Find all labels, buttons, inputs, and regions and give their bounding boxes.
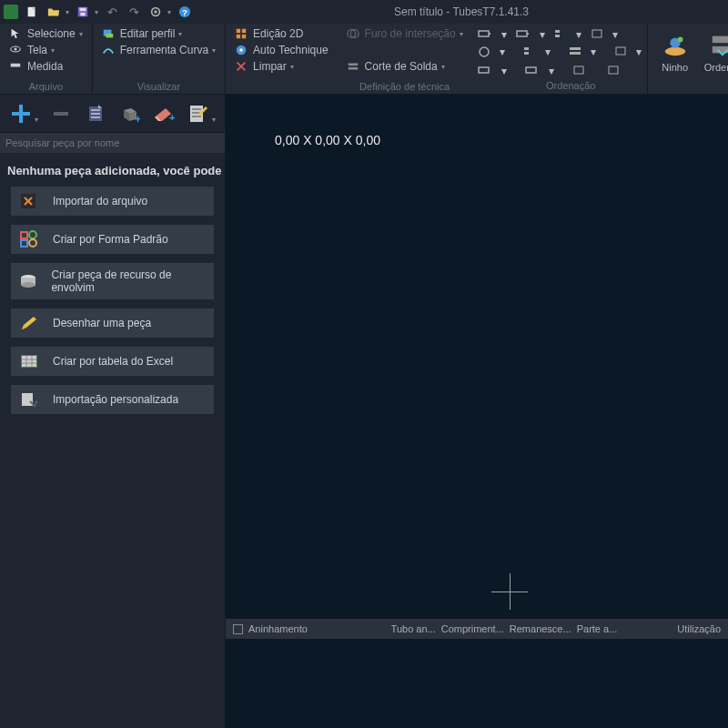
help-icon[interactable]: ? xyxy=(177,4,193,20)
save-icon[interactable] xyxy=(75,4,91,20)
col-tubo[interactable]: Tubo an... xyxy=(391,623,436,634)
corte-label: Corte de Solda xyxy=(365,60,438,73)
eraser-icon[interactable]: + xyxy=(152,100,176,127)
svg-rect-61 xyxy=(21,240,27,247)
action-import-file[interactable]: Importar do arquivo xyxy=(11,187,214,216)
svg-rect-3 xyxy=(80,13,85,16)
svg-rect-22 xyxy=(348,67,358,70)
corte-solda-button[interactable]: Corte de Solda ▾ xyxy=(343,59,467,74)
pencil-icon xyxy=(18,314,40,332)
svg-rect-72 xyxy=(22,393,33,406)
svg-rect-67 xyxy=(22,356,36,367)
svg-point-9 xyxy=(15,48,17,51)
selecione-label: Selecione xyxy=(27,27,76,40)
svg-rect-57 xyxy=(192,116,201,117)
open-dropdown-icon[interactable]: ▾ xyxy=(66,8,69,16)
selecione-button[interactable]: Selecione ▾ xyxy=(5,26,86,41)
box-icon-3[interactable] xyxy=(572,65,585,78)
document-edit-icon[interactable] xyxy=(187,100,210,127)
sidebar-toolbar: ▾ + + ▾ xyxy=(0,95,225,133)
ordenar-button[interactable]: Ordenar xyxy=(697,26,728,76)
svg-point-65 xyxy=(21,282,35,288)
furo-label: Furo de interseção xyxy=(365,27,456,40)
list-icon[interactable] xyxy=(84,100,107,127)
search-input[interactable] xyxy=(0,133,225,153)
limpar-button[interactable]: Limpar ▾ xyxy=(231,59,332,74)
chevron-down-icon: ▾ xyxy=(79,30,83,38)
ferramenta-curva-button[interactable]: Ferramenta Curva ▾ xyxy=(98,43,219,57)
box-icon-4[interactable] xyxy=(607,65,620,78)
app-logo-icon[interactable] xyxy=(4,5,18,19)
col-remanescente[interactable]: Remanesce... xyxy=(510,623,571,634)
chevron-down-icon: ▾ xyxy=(290,63,294,71)
svg-rect-34 xyxy=(570,52,581,55)
svg-rect-15 xyxy=(237,35,240,38)
new-file-icon[interactable] xyxy=(24,4,40,20)
svg-rect-37 xyxy=(526,67,536,73)
action-create-standard-shape[interactable]: Criar por Forma Padrão xyxy=(11,225,214,254)
redo-icon[interactable]: ↷ xyxy=(126,4,142,20)
viewport[interactable]: 0,00 X 0,00 X 0,00 Aninhamento Tubo an..… xyxy=(226,95,728,728)
open-folder-icon[interactable] xyxy=(46,4,62,20)
dimensions-readout: 0,00 X 0,00 X 0,00 xyxy=(275,133,380,147)
grid-icon xyxy=(235,27,249,40)
main-area: ▾ + + ▾ Nenhuma peça adicionada, você po… xyxy=(0,95,728,728)
battery-icon-2[interactable] xyxy=(516,28,531,42)
battery-icon-1[interactable] xyxy=(478,28,492,42)
action-list: Importar do arquivo Criar por Forma Padr… xyxy=(0,187,225,414)
svg-rect-47 xyxy=(54,112,68,116)
toggle-icon-1[interactable] xyxy=(554,28,567,42)
action-label: Importar do arquivo xyxy=(53,195,147,207)
tela-button[interactable]: Tela ▾ xyxy=(5,43,86,57)
edicao-2d-button[interactable]: Edição 2D xyxy=(231,26,332,41)
action-draw-part[interactable]: Desenhar uma peça xyxy=(11,308,214,338)
editar-perfil-button[interactable]: Editar perfil ▾ xyxy=(98,26,219,41)
circle-icon[interactable] xyxy=(478,46,490,61)
settings-gear-icon[interactable] xyxy=(147,4,164,20)
action-label: Criar por tabela do Excel xyxy=(53,355,173,368)
col-utilizacao[interactable]: Utilização xyxy=(677,623,721,634)
svg-rect-26 xyxy=(527,33,529,35)
edicao-2d-label: Edição 2D xyxy=(253,27,303,40)
battery-icon-3[interactable] xyxy=(478,65,492,78)
action-label: Criar peça de recurso de envolvim xyxy=(51,268,207,294)
box-icon-2[interactable] xyxy=(614,46,627,61)
undo-icon[interactable]: ↶ xyxy=(104,4,120,20)
aninhamento-checkbox[interactable] xyxy=(233,624,243,634)
auto-technique-button[interactable]: Auto Technique xyxy=(231,43,332,57)
col-parte[interactable]: Parte a... xyxy=(577,623,618,634)
action-create-excel-table[interactable]: Criar por tabela do Excel xyxy=(11,347,214,376)
furo-intersecao-button[interactable]: Furo de interseção ▾ xyxy=(343,26,467,41)
medida-label: Medida xyxy=(27,60,63,73)
svg-rect-29 xyxy=(592,30,602,37)
cylinder-icon xyxy=(18,272,38,290)
ordenar-label: Ordenar xyxy=(704,62,728,73)
col-comprimento[interactable]: Compriment... xyxy=(441,623,504,634)
save-dropdown-icon[interactable]: ▾ xyxy=(95,8,98,16)
add-button[interactable] xyxy=(9,100,33,127)
cursor-icon xyxy=(9,27,24,40)
action-label: Desenhar uma peça xyxy=(53,317,151,329)
battery-icon-4[interactable] xyxy=(525,65,540,78)
action-create-wrap-part[interactable]: Criar peça de recurso de envolvim xyxy=(11,263,214,299)
remove-button[interactable] xyxy=(49,100,73,127)
auto-technique-label: Auto Technique xyxy=(253,44,329,56)
ribbon-tecnica-group-label: Definição de técnica xyxy=(343,79,467,92)
ribbon: Selecione ▾ Tela ▾ Medida Arquivo Editar… xyxy=(0,24,728,95)
cube-add-icon[interactable]: + xyxy=(118,100,142,127)
chevron-down-icon: ▾ xyxy=(212,46,216,55)
svg-rect-35 xyxy=(616,47,625,55)
svg-rect-43 xyxy=(713,36,728,44)
toggle-icon-2[interactable] xyxy=(523,46,536,61)
box-icon-1[interactable] xyxy=(591,28,603,42)
action-label: Importação personalizada xyxy=(53,393,178,406)
toggle-icon-3[interactable] xyxy=(569,46,581,61)
ninho-button[interactable]: Ninho xyxy=(653,26,697,76)
svg-text:?: ? xyxy=(182,7,187,17)
sort-icon xyxy=(708,30,728,59)
tela-label: Tela xyxy=(27,44,47,56)
action-label: Criar por Forma Padrão xyxy=(53,233,168,246)
settings-dropdown-icon[interactable]: ▾ xyxy=(167,8,171,16)
medida-button[interactable]: Medida xyxy=(5,59,86,74)
action-custom-import[interactable]: Importação personalizada xyxy=(11,385,214,414)
